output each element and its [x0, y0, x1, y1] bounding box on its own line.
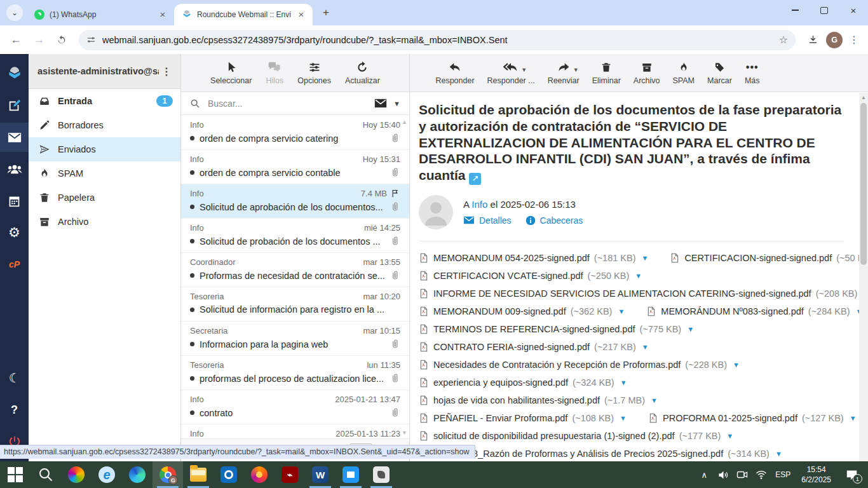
- message-row[interactable]: Info2025-01-21 13:47contrato: [181, 390, 409, 424]
- volume-icon[interactable]: [715, 461, 731, 488]
- blue-tile-app-icon[interactable]: [336, 461, 366, 488]
- attachment-item[interactable]: PROFORMA 01-2025-signed.pdf(~127 KB)▼: [648, 413, 857, 423]
- browser-tab-1-whatsapp[interactable]: (1) WhatsApp×: [27, 4, 174, 25]
- message-row[interactable]: Infomié 14:25Solicitud de probación de l…: [181, 219, 409, 253]
- folder-item-borradores[interactable]: Borradores: [29, 113, 180, 137]
- back-button[interactable]: ←: [6, 30, 25, 50]
- help-icon[interactable]: ?: [0, 395, 29, 424]
- window-close-button[interactable]: ×: [839, 0, 868, 20]
- actualizar-button[interactable]: Actualizar: [339, 60, 386, 85]
- m-s-button[interactable]: •••Más: [739, 60, 766, 85]
- message-row[interactable]: Tesorerialun 11:35proformas del proceso …: [181, 356, 409, 390]
- message-row[interactable]: Secretariamar 10:15Informacion para la p…: [181, 322, 409, 356]
- window-minimize-button[interactable]: [780, 0, 810, 20]
- attachment-item[interactable]: CONTRATO FERIA-signed-signed.pdf(~217 KB…: [419, 342, 649, 352]
- attachment-menu-caret-icon[interactable]: ▼: [635, 272, 642, 280]
- message-row[interactable]: Tesoreriamar 10:20Solicitud de informaci…: [181, 287, 409, 322]
- language-indicator[interactable]: ESP: [772, 461, 794, 488]
- attachment-menu-caret-icon[interactable]: ▼: [850, 414, 857, 422]
- attachment-menu-caret-icon[interactable]: ▼: [651, 396, 658, 404]
- attachment-item[interactable]: experiencia y equipos-signed.pdf(~324 KB…: [419, 377, 627, 388]
- word-icon[interactable]: W: [305, 461, 336, 488]
- folder-options-button[interactable]: ⋮: [159, 65, 174, 78]
- tab-close-icon[interactable]: ×: [158, 10, 168, 20]
- headers-toggle[interactable]: Cabeceras: [526, 215, 583, 226]
- message-row[interactable]: Info2025-01-13 11:23: [181, 424, 409, 438]
- new-tab-button[interactable]: +: [318, 4, 334, 21]
- attachment-menu-caret-icon[interactable]: ▼: [726, 432, 733, 440]
- folder-item-papelera[interactable]: Papelera: [29, 186, 180, 210]
- copilot-icon[interactable]: [61, 461, 92, 488]
- firefox-icon[interactable]: [244, 461, 275, 488]
- eliminar-button[interactable]: Eliminar: [587, 60, 627, 85]
- marcar-button[interactable]: Marcar: [702, 60, 738, 85]
- site-info-icon[interactable]: [86, 35, 96, 44]
- responder-button[interactable]: ▼Responder ...: [482, 60, 541, 85]
- file-explorer-icon[interactable]: [183, 461, 214, 488]
- details-toggle[interactable]: Detalles: [463, 215, 512, 226]
- tab-close-icon[interactable]: ×: [296, 10, 306, 20]
- attachment-item[interactable]: MEMORANDUM 009-signed.pdf(~362 KB)▼: [419, 306, 625, 316]
- attachment-item[interactable]: hojas de vida con habilitantes-signed.pd…: [419, 395, 658, 405]
- calendar-icon[interactable]: [0, 186, 29, 215]
- attachment-menu-caret-icon[interactable]: ▼: [687, 325, 694, 333]
- responder-button[interactable]: Responder: [430, 60, 480, 85]
- attachment-item[interactable]: MEMORANDUM 054-2025-signed.pdf(~181 KB)▼: [419, 253, 648, 263]
- dropdown-caret-icon[interactable]: ▼: [521, 67, 527, 73]
- list-scroll-down-icon[interactable]: ▼: [402, 430, 407, 436]
- attachment-menu-caret-icon[interactable]: ▼: [642, 343, 649, 351]
- outlook-icon[interactable]: [214, 461, 244, 488]
- acrobat-icon[interactable]: ⌁: [275, 461, 305, 488]
- attachment-menu-caret-icon[interactable]: ▼: [775, 450, 782, 458]
- address-bar[interactable]: webmail.sanjuan.gob.ec/cpsess3272438975/…: [79, 30, 796, 50]
- chrome-icon[interactable]: G: [153, 461, 183, 488]
- taskbar-clock[interactable]: 15:54 6/2/2025: [796, 464, 836, 485]
- attachment-menu-caret-icon[interactable]: ▼: [733, 361, 740, 369]
- reload-button[interactable]: [52, 30, 71, 50]
- contacts-icon[interactable]: [0, 154, 29, 184]
- scrollbar-up-icon[interactable]: ▲: [859, 93, 868, 100]
- attachment-item[interactable]: CERTIFICACION-signed-signed.pdf(~50 KB)▼: [670, 253, 859, 263]
- window-restore-button[interactable]: [810, 0, 839, 20]
- attachment-item[interactable]: CERTIFICACION VCATE-signed.pdf(~250 KB)▼: [419, 271, 642, 281]
- browser-profile-avatar[interactable]: G: [826, 32, 843, 48]
- attachment-item[interactable]: PEÑAFIEL - Enviar Proforma.pdf(~108 KB)▼: [419, 413, 627, 423]
- search-scope-mail-icon[interactable]: [374, 98, 387, 108]
- tray-expand-icon[interactable]: ∧: [696, 461, 712, 488]
- bookmark-icon[interactable]: ☆: [779, 34, 788, 46]
- archivo-button[interactable]: Archivo: [628, 60, 666, 85]
- attachment-menu-caret-icon[interactable]: ▼: [618, 308, 625, 315]
- list-scroll-up-icon[interactable]: ▲: [402, 119, 407, 125]
- message-row[interactable]: InfoHoy 15:31orden de compra servicio co…: [181, 150, 409, 184]
- browser-menu-button[interactable]: ⋮: [846, 34, 862, 46]
- open-in-new-window-icon[interactable]: ↗: [469, 173, 481, 185]
- message-row[interactable]: Info7.4 MBSolicitud de aprobación de los…: [181, 184, 409, 219]
- forward-button[interactable]: →: [29, 30, 48, 50]
- compose-icon[interactable]: [0, 91, 29, 120]
- meet-now-icon[interactable]: [734, 461, 750, 488]
- scrollbar-thumb[interactable]: [860, 103, 867, 265]
- attachment-menu-caret-icon[interactable]: ▼: [620, 379, 627, 386]
- dropdown-caret-icon[interactable]: ▼: [573, 67, 579, 73]
- seleccionar-button[interactable]: Seleccionar: [205, 60, 257, 85]
- cpanel-icon[interactable]: cP: [0, 250, 29, 279]
- message-row[interactable]: Coordinadormar 13:55Proformas de necesid…: [181, 253, 409, 287]
- notifications-button[interactable]: 1: [839, 461, 864, 488]
- folder-item-spam[interactable]: SPAM: [29, 161, 180, 186]
- download-button[interactable]: [803, 30, 822, 50]
- recipient-link[interactable]: Info: [471, 199, 487, 210]
- attachment-menu-caret-icon[interactable]: ▼: [620, 414, 627, 422]
- network-icon[interactable]: [753, 461, 770, 488]
- message-scrollbar[interactable]: ▲: [859, 93, 868, 461]
- internet-explorer-icon[interactable]: e: [92, 461, 122, 488]
- message-row[interactable]: InfoHoy 15:40orden de compra servicio ca…: [181, 116, 409, 150]
- attachment-item[interactable]: Necesidades de Contratación y Recepción …: [419, 360, 740, 370]
- attachment-item[interactable]: INFORME DE NECESIDAD SERVICIOS DE ALIMEN…: [419, 288, 859, 299]
- attachment-item[interactable]: MEMORÁNDUM Nº083-signed.pdf(~284 KB)▼: [646, 306, 859, 316]
- folder-item-entrada[interactable]: Entrada1: [29, 89, 180, 113]
- reenviar-button[interactable]: ▼Reenviar: [542, 60, 585, 85]
- spam-button[interactable]: SPAM: [667, 60, 701, 85]
- darkmode-icon[interactable]: ☾: [0, 363, 29, 393]
- browser-tab-roundcube-webmail-enviados[interactable]: Roundcube Webmail :: Enviados×: [174, 4, 313, 25]
- mail-icon[interactable]: [0, 123, 29, 152]
